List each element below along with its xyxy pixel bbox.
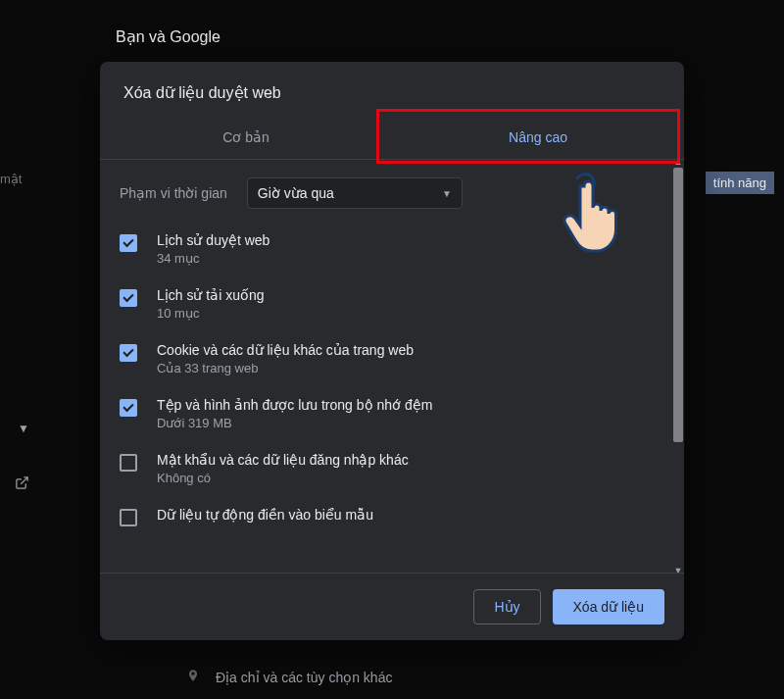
item-desc: Dưới 319 MB [157,416,651,430]
scroll-area: Phạm vi thời gian Giờ vừa qua ▼ Lịch sử … [100,160,670,573]
item-title: Dữ liệu tự động điền vào biểu mẫu [157,507,651,523]
item-download-history[interactable]: Lịch sử tải xuống 10 mục [120,287,651,321]
scrollbar[interactable]: ▲ ▼ [673,164,683,569]
checkbox-autofill[interactable] [120,509,137,526]
time-range-label: Phạm vi thời gian [120,185,227,201]
dialog-title: Xóa dữ liệu duyệt web [100,62,684,116]
clear-data-button[interactable]: Xóa dữ liệu [553,589,664,624]
checkbox-passwords[interactable] [120,454,137,472]
chevron-down-icon[interactable]: ▼ [18,422,29,435]
time-range-select[interactable]: Giờ vừa qua ▼ [247,177,463,209]
svg-line-0 [21,477,27,484]
checkbox-download-history[interactable] [120,289,137,307]
settings-section-title: Bạn và Google [116,27,220,46]
scrollbar-up-icon[interactable]: ▲ [673,160,683,168]
dialog-body: Phạm vi thời gian Giờ vừa qua ▼ Lịch sử … [100,160,684,573]
item-title: Lịch sử duyệt web [157,232,651,248]
bg-footer-row[interactable]: Địa chỉ và các tùy chọn khác [186,669,392,685]
scrollbar-down-icon[interactable]: ▼ [673,565,683,573]
item-cookies[interactable]: Cookie và các dữ liệu khác của trang web… [120,342,651,375]
item-title: Cookie và các dữ liệu khác của trang web [157,342,651,358]
location-pin-icon [186,669,200,685]
bg-side-text: mật [0,172,22,186]
item-title: Tệp và hình ảnh được lưu trong bộ nhớ đệ… [157,397,651,413]
item-desc: Không có [157,471,651,485]
item-cached-files[interactable]: Tệp và hình ảnh được lưu trong bộ nhớ đệ… [120,397,651,430]
item-autofill[interactable]: Dữ liệu tự động điền vào biểu mẫu [120,507,651,526]
item-desc: 10 mục [157,306,651,321]
item-browsing-history[interactable]: Lịch sử duyệt web 34 mục [120,232,651,266]
item-passwords[interactable]: Mật khẩu và các dữ liệu đăng nhập khác K… [120,452,651,485]
item-title: Lịch sử tải xuống [157,287,651,303]
checkbox-browsing-history[interactable] [120,234,137,252]
item-desc: 34 mục [157,251,651,266]
cancel-button[interactable]: Hủy [473,589,540,624]
dialog-footer: Hủy Xóa dữ liệu [100,573,684,640]
checkbox-cached-files[interactable] [120,399,137,417]
dialog-tabs: Cơ bản Nâng cao [100,116,684,160]
checkbox-cookies[interactable] [120,344,137,362]
external-link-icon[interactable] [15,475,29,493]
dropdown-arrow-icon: ▼ [442,188,452,199]
tab-advanced[interactable]: Nâng cao [392,116,684,159]
item-title: Mật khẩu và các dữ liệu đăng nhập khác [157,452,651,468]
bg-feature-label: tính năng [706,172,774,194]
time-range-value: Giờ vừa qua [258,185,334,201]
item-desc: Của 33 trang web [157,361,651,375]
clear-browsing-data-dialog: Xóa dữ liệu duyệt web Cơ bản Nâng cao Ph… [100,62,684,640]
tab-basic[interactable]: Cơ bản [100,116,392,159]
bg-footer-text: Địa chỉ và các tùy chọn khác [216,670,392,685]
time-range-row: Phạm vi thời gian Giờ vừa qua ▼ [120,177,651,209]
scrollbar-thumb[interactable] [673,168,683,442]
